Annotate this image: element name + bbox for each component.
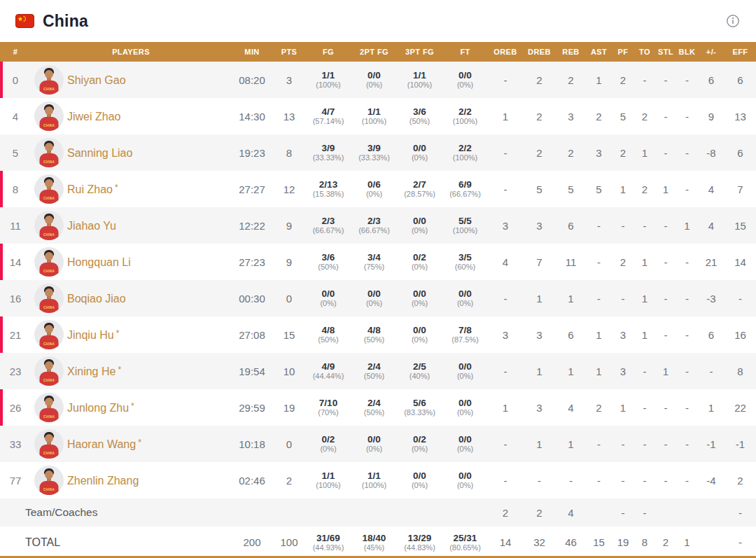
stat-fg: 4/8(50%)	[305, 316, 351, 353]
col-ft: FT	[442, 42, 488, 62]
player-name[interactable]: Jiahao Yu	[67, 207, 231, 244]
player-row[interactable]: 23 CHINA Xining He* 19:54 10 4/9(44.44%)…	[0, 353, 756, 389]
stat-pts: 9	[273, 244, 305, 280]
china-flag-icon	[15, 14, 34, 28]
col-min: MIN	[231, 42, 273, 62]
stat-2ptfg: 0/0(0%)	[351, 280, 397, 316]
col-stl: STL	[655, 42, 676, 62]
stat-dreb: 7	[523, 244, 556, 280]
stat-dreb: 3	[523, 207, 556, 244]
player-name[interactable]: Rui Zhao*	[67, 171, 231, 207]
stat-fg: 0/2(0%)	[305, 426, 351, 462]
stat-fg: 1/1(100%)	[305, 62, 351, 98]
player-name[interactable]: Zhenlin Zhang	[67, 462, 231, 498]
stat-reb: -	[556, 462, 586, 498]
stat-fg: 2/13(15.38%)	[305, 171, 351, 207]
stat-ft: 2/2(100%)	[442, 98, 488, 134]
stat-fg: 2/3(66.67%)	[305, 207, 351, 244]
player-row[interactable]: 16 CHINA Boqiao Jiao 00:30 0 0/0(0%) 0/0…	[0, 280, 756, 316]
player-row[interactable]: 33 CHINA Haoran Wang* 10:18 0 0/2(0%) 0/…	[0, 426, 756, 462]
stat-3ptfg: 0/0(0%)	[397, 207, 442, 244]
stat-dreb: -	[523, 462, 556, 498]
player-row[interactable]: 5 CHINA Sanning Liao 19:23 8 3/9(33.33%)…	[0, 134, 756, 171]
stat-to: 8	[634, 526, 655, 558]
stat-eff: -	[724, 498, 756, 526]
stat-pf: 2	[612, 62, 634, 98]
stat-stl	[655, 498, 676, 526]
player-name[interactable]: Boqiao Jiao	[67, 280, 231, 316]
player-name[interactable]: Hongquan Li	[67, 244, 231, 280]
stat-fg: 4/9(44.44%)	[305, 353, 351, 389]
player-number: 26	[0, 389, 31, 426]
stat-plusminus: 9	[698, 98, 724, 134]
stat-plusminus: -8	[698, 134, 724, 171]
stat-pf: -	[612, 280, 634, 316]
player-row[interactable]: 26 CHINA Junlong Zhu* 29:59 19 7/10(70%)…	[0, 389, 756, 426]
stat-pts: 9	[273, 207, 305, 244]
stat-pts: 8	[273, 134, 305, 171]
stat-ast: 1	[586, 62, 612, 98]
player-row[interactable]: 8 CHINA Rui Zhao* 27:27 12 2/13(15.38%) …	[0, 171, 756, 207]
player-row[interactable]: 77 CHINA Zhenlin Zhang 02:46 2 1/1(100%)…	[0, 462, 756, 498]
stat-2ptfg: 1/1(100%)	[351, 98, 397, 134]
player-avatar: CHINA	[34, 211, 64, 240]
stat-oreb: 1	[488, 98, 523, 134]
stat-min: 14:30	[231, 98, 273, 134]
player-row[interactable]: 0 CHINA Shiyan Gao 08:20 3 1/1(100%) 0/0…	[0, 62, 756, 98]
stat-3ptfg: 3/6(50%)	[397, 98, 442, 134]
player-row[interactable]: 4 CHINA Jiwei Zhao 14:30 13 4/7(57.14%) …	[0, 98, 756, 134]
stat-stl: -	[655, 280, 676, 316]
stat-blk: -	[676, 389, 698, 426]
col-reb: REB	[556, 42, 586, 62]
player-avatar: CHINA	[34, 356, 64, 386]
player-row[interactable]: 14 CHINA Hongquan Li 27:23 9 3/6(50%) 3/…	[0, 244, 756, 280]
stat-oreb: -	[488, 62, 523, 98]
stat-blk	[676, 498, 698, 526]
team-coaches-row: Team/Coaches 2 2 4 - - -	[0, 498, 756, 526]
player-row[interactable]: 11 CHINA Jiahao Yu 12:22 9 2/3(66.67%) 2…	[0, 207, 756, 244]
stat-to: 1	[634, 134, 655, 171]
stat-dreb: 2	[523, 498, 556, 526]
col-pts: PTS	[273, 42, 305, 62]
col-dreb: DREB	[523, 42, 556, 62]
stat-reb: 1	[556, 426, 586, 462]
player-name[interactable]: Junlong Zhu*	[67, 389, 231, 426]
stat-plusminus: -3	[698, 280, 724, 316]
player-row[interactable]: 21 CHINA Jinqiu Hu* 27:08 15 4/8(50%) 4/…	[0, 316, 756, 353]
player-name[interactable]: Xining He*	[67, 353, 231, 389]
stat-ast: -	[586, 207, 612, 244]
player-name[interactable]: Jinqiu Hu*	[67, 316, 231, 353]
stat-ft: 25/31(80.65%)	[442, 526, 488, 558]
box-score-panel: China # PLAYERS MIN PTS FG	[0, 0, 756, 558]
stat-oreb: -	[488, 353, 523, 389]
stat-stl: -	[655, 62, 676, 98]
player-avatar-cell: CHINA	[31, 98, 67, 134]
col-blk: BLK	[676, 42, 698, 62]
stat-pts: 2	[273, 462, 305, 498]
player-name[interactable]: Jiwei Zhao	[67, 98, 231, 134]
col-plusminus: +/-	[698, 42, 724, 62]
stat-pf: 1	[612, 171, 634, 207]
stat-oreb: 1	[488, 389, 523, 426]
stat-3ptfg: 13/29(44.83%)	[397, 526, 442, 558]
stat-eff: 15	[724, 207, 756, 244]
stat-dreb: 1	[523, 280, 556, 316]
stat-blk: -	[676, 426, 698, 462]
player-name[interactable]: Haoran Wang*	[67, 426, 231, 462]
stat-to: -	[634, 389, 655, 426]
stat-reb: 2	[556, 62, 586, 98]
stat-pf: 3	[612, 353, 634, 389]
starter-asterisk: *	[131, 401, 134, 411]
stat-2ptfg: 3/9(33.33%)	[351, 134, 397, 171]
stat-oreb: 3	[488, 316, 523, 353]
stat-pf: 5	[612, 98, 634, 134]
stat-pts: 0	[273, 280, 305, 316]
info-icon[interactable]	[725, 13, 741, 29]
stat-eff: -	[724, 280, 756, 316]
player-name[interactable]: Sanning Liao	[67, 134, 231, 171]
player-name[interactable]: Shiyan Gao	[67, 62, 231, 98]
player-avatar: CHINA	[34, 247, 64, 277]
stat-min: 27:27	[231, 171, 273, 207]
stat-reb: 3	[556, 98, 586, 134]
stat-blk: -	[676, 280, 698, 316]
